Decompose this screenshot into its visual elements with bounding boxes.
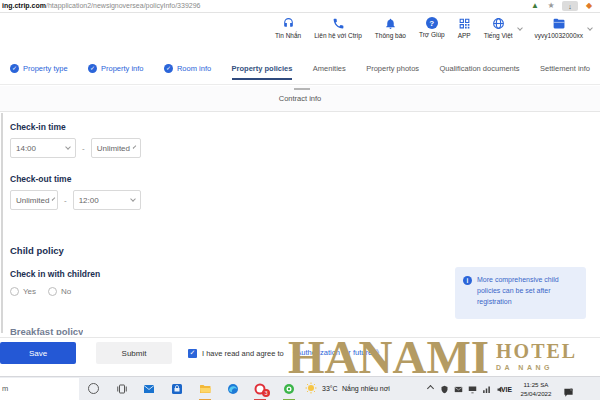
- header-item-app[interactable]: APP: [458, 17, 471, 39]
- agreement-checkbox[interactable]: ✓: [188, 349, 197, 358]
- tab-property-policies[interactable]: Property policies: [232, 59, 293, 80]
- weather-sun-icon[interactable]: [305, 382, 317, 394]
- checkout-to-select[interactable]: 12:00: [73, 190, 141, 210]
- weather-temperature[interactable]: 33°C: [322, 385, 338, 392]
- chevron-down-icon: [52, 197, 56, 201]
- tab-property-photos[interactable]: Property photos: [366, 59, 419, 80]
- tab-label: Settlement info: [540, 64, 590, 73]
- browser-url-bar[interactable]: ing.ctrip.com/htapplication2/newsignover…: [0, 0, 600, 13]
- radio-label: Yes: [23, 287, 36, 296]
- header-item-notifications[interactable]: Thông báo: [375, 17, 406, 39]
- child-question-heading: Check in with children: [10, 269, 100, 279]
- tab-contract-info[interactable]: Contract info: [0, 94, 600, 103]
- url-path: /htapplication2/newsignoversea/policyInf…: [46, 2, 201, 9]
- tab-qualification-documents[interactable]: Qualification documents: [440, 59, 520, 80]
- account-folder-icon: [552, 17, 565, 30]
- checkout-from-select[interactable]: Unlimited: [10, 190, 58, 210]
- tab-room-info[interactable]: ✓ Room info: [164, 59, 211, 80]
- tab-label: Property photos: [366, 64, 419, 73]
- header-item-label: Liên hệ với Ctrip: [314, 32, 362, 39]
- mail-tray-icon[interactable]: [454, 385, 463, 394]
- header-item-account[interactable]: vyvy10032000xx: [535, 17, 592, 39]
- file-explorer-icon[interactable]: [199, 383, 211, 395]
- chevron-down-icon: [130, 196, 136, 202]
- notification-badge: 3: [262, 389, 270, 397]
- sub-tab-row: Contract info: [0, 86, 600, 111]
- range-separator: -: [64, 196, 67, 205]
- tray-expand-chevron-icon[interactable]: [427, 385, 434, 392]
- header-item-help[interactable]: ? Trợ Giúp: [419, 17, 445, 38]
- headset-icon: [282, 17, 295, 30]
- taskbar-clock[interactable]: 11:25 SA 25/04/2022: [516, 381, 556, 399]
- store-app-icon[interactable]: [171, 383, 183, 395]
- checkin-to-value: Unlimited: [97, 144, 130, 153]
- radio-label: No: [61, 287, 71, 296]
- tab-property-info[interactable]: ✓ Property info: [88, 59, 144, 80]
- checkout-from-value: Unlimited: [16, 196, 49, 205]
- child-policy-options: Yes No: [10, 287, 71, 296]
- policy-form: Check-in time 14:00 - Unlimited Check-ou…: [0, 111, 600, 338]
- coccoc-browser-icon[interactable]: [283, 383, 295, 395]
- tab-label: Amenities: [313, 64, 346, 73]
- browser-extensions: ▲ ★ ↓ ◆: [530, 0, 594, 12]
- star-bookmark-icon[interactable]: ★: [546, 1, 556, 11]
- tree-extension-icon[interactable]: ▲: [530, 1, 540, 11]
- checkin-to-select[interactable]: Unlimited: [91, 138, 141, 158]
- header-item-label: Thông báo: [375, 32, 406, 39]
- tab-property-type[interactable]: ✓ Property type: [10, 59, 68, 80]
- taskbar-search-input[interactable]: m: [0, 378, 79, 400]
- authorization-link[interactable]: 《Authorization for futures》: [289, 348, 384, 358]
- chevron-down-icon: [133, 145, 137, 149]
- fox-extension-icon[interactable]: ◆: [584, 1, 594, 11]
- url-host: ing.ctrip.com: [2, 2, 46, 9]
- header-item-label: Tiếng Việt: [484, 32, 513, 39]
- display-icon[interactable]: [468, 385, 477, 394]
- radio-icon: [48, 287, 57, 296]
- child-policy-note-text: More comprehensive child policies can be…: [477, 275, 578, 311]
- header-menu: Tin Nhắn Liên hệ với Ctrip Thông báo ? T…: [275, 17, 592, 39]
- mail-app-icon[interactable]: [143, 383, 155, 395]
- header-item-contact-ctrip[interactable]: Liên hệ với Ctrip: [314, 17, 362, 39]
- checkin-from-select[interactable]: 14:00: [10, 138, 76, 158]
- header-item-messages[interactable]: Tin Nhắn: [275, 17, 301, 39]
- child-policy-note-box: i More comprehensive child policies can …: [455, 267, 586, 319]
- url-text: ing.ctrip.com/htapplication2/newsignover…: [2, 2, 200, 9]
- task-view-icon[interactable]: [116, 383, 128, 395]
- chevron-down-icon: [65, 144, 71, 150]
- header-item-label: vyvy10032000xx: [535, 32, 583, 39]
- check-circle-icon: ✓: [88, 64, 97, 73]
- agreement-text: I have read and agree to: [202, 349, 284, 358]
- help-icon: ?: [426, 17, 438, 29]
- network-icon[interactable]: [482, 385, 491, 394]
- radio-option-yes[interactable]: Yes: [10, 287, 36, 296]
- weather-description[interactable]: Nắng nhiều nơi: [342, 385, 390, 392]
- cortana-icon[interactable]: [88, 383, 99, 394]
- checkout-to-value: 12:00: [79, 196, 99, 205]
- check-circle-icon: ✓: [164, 64, 173, 73]
- keyboard-language[interactable]: VIE: [501, 386, 512, 393]
- info-icon: i: [463, 276, 472, 285]
- chevron-down-icon: [587, 25, 593, 31]
- header-item-label: Trợ Giúp: [419, 31, 445, 38]
- ctrip-property-setup-screen: ing.ctrip.com/htapplication2/newsignover…: [0, 0, 600, 400]
- security-shield-icon[interactable]: [440, 385, 449, 394]
- header-item-label: Tin Nhắn: [275, 32, 301, 39]
- tab-amenities[interactable]: Amenities: [313, 59, 346, 80]
- checkin-time-heading: Check-in time: [10, 122, 66, 132]
- chevron-down-icon: [517, 25, 523, 31]
- tab-label: Qualification documents: [440, 64, 520, 73]
- radio-icon: [10, 287, 19, 296]
- header-item-language[interactable]: Tiếng Việt: [484, 17, 522, 39]
- breakfast-policy-heading: Breakfast policy: [10, 326, 83, 335]
- site-header: Tin Nhắn Liên hệ với Ctrip Thông báo ? T…: [0, 13, 600, 54]
- download-extension-icon[interactable]: ↓: [562, 1, 578, 11]
- setup-step-tabs: ✓ Property type ✓ Property info ✓ Room i…: [0, 54, 600, 85]
- submit-button[interactable]: Submit: [96, 342, 172, 364]
- radio-option-no[interactable]: No: [48, 287, 71, 296]
- tab-label: Room info: [177, 64, 211, 73]
- action-center-icon[interactable]: [563, 384, 574, 394]
- next-section-clipped-heading: Breakfast policy: [10, 326, 83, 335]
- save-button[interactable]: Save: [0, 342, 76, 364]
- edge-browser-icon[interactable]: [227, 383, 239, 395]
- tab-settlement-info[interactable]: Settlement info: [540, 59, 590, 80]
